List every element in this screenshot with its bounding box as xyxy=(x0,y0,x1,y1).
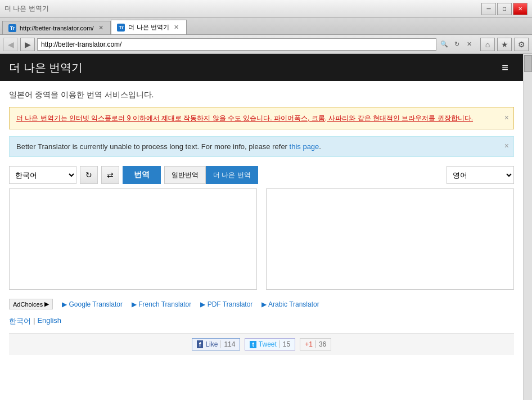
translate-button[interactable]: 번역 xyxy=(123,166,161,184)
source-text-input[interactable] xyxy=(9,188,257,290)
back-button[interactable]: ◀ xyxy=(3,38,18,51)
google-translator-link[interactable]: ▶ Google Translator xyxy=(62,300,123,308)
googleplus-label: +1 xyxy=(305,340,313,348)
french-translator-link[interactable]: ▶ French Translator xyxy=(132,300,191,308)
home-button[interactable]: ⌂ xyxy=(480,38,495,51)
window-title: 더 나은 번역기 xyxy=(4,4,49,14)
text-areas xyxy=(9,188,514,290)
footer-links: AdChoices ▶ ▶ Google Translator ▶ French… xyxy=(9,299,514,309)
title-bar: 더 나은 번역기 ─ □ ✕ xyxy=(0,0,532,18)
forward-button[interactable]: ▶ xyxy=(20,38,35,51)
facebook-like-count: 114 xyxy=(220,340,235,348)
target-text-output[interactable] xyxy=(266,188,514,290)
language-toggle: 한국어 | English xyxy=(9,316,514,326)
info-link[interactable]: this page xyxy=(290,142,319,151)
korean-lang-toggle[interactable]: 한국어 xyxy=(9,316,31,326)
twitter-tweet-label: Tweet xyxy=(259,340,277,348)
tab-2-favicon: Tr xyxy=(117,24,125,32)
translator-controls: 한국어 English 日本語 ↻ ⇄ 번역 일반번역 더 나은 번역 영어 日… xyxy=(9,166,514,184)
warning-close-button[interactable]: × xyxy=(504,112,509,124)
address-actions: 🔍 ↻ ✕ xyxy=(439,38,475,51)
minimize-button[interactable]: ─ xyxy=(481,3,496,15)
refresh-source-button[interactable]: ↻ xyxy=(80,166,98,184)
scroll-thumb[interactable] xyxy=(524,55,532,72)
ad-choices-label: AdChoices xyxy=(13,301,43,308)
facebook-like-label: Like xyxy=(205,340,218,348)
title-bar-controls: ─ □ ✕ xyxy=(481,3,528,15)
tab-1[interactable]: Tr http://better-translator.com/ ✕ xyxy=(2,21,111,34)
better-mode-button[interactable]: 더 나은 번역 xyxy=(206,166,258,184)
pdf-translator-link[interactable]: ▶ PDF Translator xyxy=(200,300,253,308)
toolbar-right: ⌂ ★ ⚙ xyxy=(480,38,529,51)
address-bar: ◀ ▶ http://better-translator.com/ 🔍 ↻ ✕ … xyxy=(0,35,532,54)
favorites-button[interactable]: ★ xyxy=(497,38,512,51)
mode-group: 일반번역 더 나은 번역 xyxy=(164,166,258,184)
scrollbar[interactable] xyxy=(523,54,532,400)
tab-bar: Tr http://better-translator.com/ ✕ Tr 더 … xyxy=(0,18,532,35)
info-text: Better Translator is currently unable to… xyxy=(16,142,321,151)
search-icon[interactable]: 🔍 xyxy=(439,38,450,51)
url-bar[interactable]: http://better-translator.com/ xyxy=(37,38,436,51)
app-title: 더 나은 번역기 xyxy=(9,60,83,75)
app-header: 더 나은 번역기 ≡ xyxy=(0,54,523,81)
warning-banner: 더 나은 번역기는 인터넷 익스플로러 9 이하에서 제대로 작동하지 않을 수… xyxy=(9,107,514,129)
browser-window: 더 나은 번역기 ─ □ ✕ Tr http://better-translat… xyxy=(0,0,532,400)
hamburger-button[interactable]: ≡ xyxy=(496,59,514,77)
settings-button[interactable]: ⚙ xyxy=(514,38,529,51)
tab-2-close[interactable]: ✕ xyxy=(173,24,181,32)
subtitle: 일본어 중역을 이용한 번역 서비스입니다. xyxy=(9,90,514,100)
facebook-icon: f xyxy=(197,340,204,348)
swap-languages-button[interactable]: ⇄ xyxy=(101,166,119,184)
maximize-button[interactable]: □ xyxy=(497,3,512,15)
warning-text: 더 나은 번역기는 인터넷 익스플로러 9 이하에서 제대로 작동하지 않을 수… xyxy=(16,114,473,122)
ad-choices[interactable]: AdChoices ▶ xyxy=(9,299,53,309)
tab-2[interactable]: Tr 더 나은 번역기 ✕ xyxy=(111,20,186,34)
tab-1-close[interactable]: ✕ xyxy=(97,24,105,32)
social-bar: f Like 114 t Tweet 15 +1 36 xyxy=(9,333,514,355)
page-content: 더 나은 번역기 ≡ 일본어 중역을 이용한 번역 서비스입니다. 더 나은 번… xyxy=(0,54,523,400)
refresh-icon[interactable]: ↻ xyxy=(451,38,462,51)
lang-toggle-separator: | xyxy=(33,316,35,326)
tab-2-label: 더 나은 번역기 xyxy=(128,23,169,32)
facebook-like-button[interactable]: f Like 114 xyxy=(192,338,241,350)
english-lang-toggle[interactable]: English xyxy=(37,316,61,326)
arabic-translator-link[interactable]: ▶ Arabic Translator xyxy=(262,300,319,308)
page-area: 더 나은 번역기 ≡ 일본어 중역을 이용한 번역 서비스입니다. 더 나은 번… xyxy=(0,54,532,400)
tab-1-favicon: Tr xyxy=(8,24,16,32)
source-language-select[interactable]: 한국어 English 日本語 xyxy=(9,166,76,184)
stop-icon[interactable]: ✕ xyxy=(463,38,475,51)
close-button[interactable]: ✕ xyxy=(513,3,528,15)
ad-choices-icon: ▶ xyxy=(44,300,49,308)
tab-1-label: http://better-translator.com/ xyxy=(20,25,93,32)
target-language-select[interactable]: 영어 日本語 中文 xyxy=(447,166,514,184)
info-close-button[interactable]: × xyxy=(504,141,509,150)
twitter-tweet-button[interactable]: t Tweet 15 xyxy=(245,338,295,350)
twitter-tweet-count: 15 xyxy=(279,340,290,348)
info-banner: Better Translator is currently unable to… xyxy=(9,136,514,157)
main-content: 일본어 중역을 이용한 번역 서비스입니다. 더 나은 번역기는 인터넷 익스플… xyxy=(0,81,523,400)
googleplus-button[interactable]: +1 36 xyxy=(300,338,331,350)
googleplus-count: 36 xyxy=(315,340,326,348)
normal-mode-button[interactable]: 일반번역 xyxy=(164,166,206,184)
url-text: http://better-translator.com/ xyxy=(41,41,121,48)
twitter-icon: t xyxy=(250,341,256,348)
